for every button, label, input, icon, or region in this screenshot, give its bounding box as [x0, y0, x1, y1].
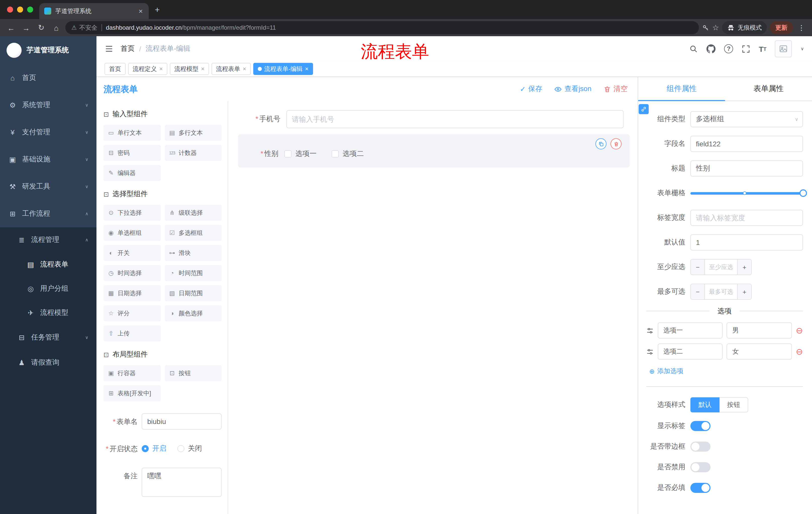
palette-item-button[interactable]: ⊡按钮 — [165, 365, 222, 381]
max-checked-value[interactable]: 最多可选 — [705, 284, 737, 299]
palette-item-switch[interactable]: ◐开关 — [104, 245, 161, 261]
update-button[interactable]: 更新 — [770, 21, 793, 34]
palette-item-textarea[interactable]: ▤多行文本 — [165, 125, 222, 141]
tag-close-icon[interactable]: × — [243, 65, 246, 73]
tag-process-form-edit[interactable]: 流程表单-编辑× — [253, 63, 313, 75]
border-switch[interactable] — [690, 441, 710, 452]
required-switch[interactable] — [690, 483, 710, 493]
option-2-label-input[interactable] — [658, 344, 723, 360]
tag-close-icon[interactable]: × — [201, 65, 204, 73]
tag-process-form[interactable]: 流程表单× — [211, 63, 251, 75]
palette-item-select[interactable]: ⊙下拉选择 — [104, 205, 161, 221]
incognito-chip[interactable]: 无痕模式 — [722, 21, 767, 34]
palette-item-date-range[interactable]: ▧日期范围 — [165, 285, 222, 301]
tag-close-icon[interactable]: × — [305, 65, 309, 73]
min-checked-value[interactable]: 至少应选 — [705, 260, 737, 275]
option-1-label-input[interactable] — [658, 322, 723, 339]
gender-option-2-checkbox[interactable]: 选项二 — [331, 150, 364, 158]
delete-component-button[interactable] — [610, 138, 621, 150]
sidebar-item-process-mgmt[interactable]: ≣ 流程管理 ∧ — [0, 227, 96, 252]
new-tab-button[interactable]: + — [155, 5, 160, 15]
add-option-button[interactable]: ⊕ 添加选项 — [649, 367, 803, 376]
tag-process-definition[interactable]: 流程定义× — [128, 63, 167, 75]
option-1-value-input[interactable] — [727, 322, 792, 339]
sidebar-item-payment[interactable]: ¥ 支付管理 ∨ — [0, 119, 96, 146]
sidebar-item-process-model[interactable]: ✈ 流程模型 — [0, 301, 96, 325]
copy-component-button[interactable] — [596, 138, 607, 150]
sidebar-item-devtools[interactable]: ⚒ 研发工具 ∨ — [0, 173, 96, 200]
style-button-button[interactable]: 按钮 — [720, 397, 748, 412]
browser-menu-icon[interactable]: ⋮ — [796, 24, 807, 32]
palette-item-time-picker[interactable]: ◷时间选择 — [104, 265, 161, 281]
github-icon[interactable] — [706, 44, 716, 53]
drag-handle-icon[interactable] — [646, 348, 654, 355]
label-width-input[interactable] — [690, 210, 803, 226]
slider-handle[interactable] — [800, 189, 807, 197]
password-key-icon[interactable] — [702, 24, 709, 31]
help-icon[interactable]: ? — [724, 44, 733, 53]
forward-icon[interactable]: → — [20, 23, 32, 32]
palette-item-checkbox-group[interactable]: ☑多选框组 — [165, 225, 222, 241]
sidebar-item-user-group[interactable]: ◎ 用户分组 — [0, 277, 96, 301]
search-icon[interactable] — [689, 45, 698, 53]
tag-home[interactable]: 首页 — [105, 63, 126, 75]
sidebar-logo[interactable]: 芋道管理系统 — [0, 36, 96, 64]
palette-item-row-container[interactable]: ▣行容器 — [104, 365, 161, 381]
back-icon[interactable]: ← — [5, 23, 17, 32]
tag-process-model[interactable]: 流程模型× — [170, 63, 209, 75]
sidebar-item-workflow[interactable]: ⊞ 工作流程 ∧ — [0, 200, 96, 227]
not-secure-badge[interactable]: ⚠不安全 — [71, 23, 97, 32]
status-on-radio[interactable]: 开启 — [142, 444, 166, 453]
remove-option-icon[interactable]: ⊖ — [796, 326, 803, 335]
font-size-icon[interactable]: TT — [759, 45, 766, 53]
browser-home-icon[interactable]: ⌂ — [50, 23, 62, 32]
tab-form-props[interactable]: 表单属性 — [725, 77, 812, 101]
disabled-switch[interactable] — [690, 462, 710, 472]
phone-field-row[interactable]: *手机号 — [238, 110, 630, 128]
save-button[interactable]: ✓ 保存 — [520, 84, 542, 93]
phone-input[interactable] — [286, 110, 624, 128]
link-icon[interactable] — [639, 104, 649, 114]
palette-item-slider[interactable]: ⊶滑块 — [165, 245, 222, 261]
view-json-button[interactable]: 查看json — [554, 84, 591, 93]
tab-close-icon[interactable]: × — [138, 7, 144, 15]
increase-button[interactable]: + — [737, 284, 751, 299]
tab-component-props[interactable]: 组件属性 — [638, 77, 725, 101]
sidebar-item-leave-query[interactable]: ♟ 请假查询 — [0, 350, 96, 375]
maximize-window-button[interactable] — [27, 6, 33, 12]
reload-icon[interactable]: ↻ — [35, 23, 47, 32]
palette-item-upload[interactable]: ⇧上传 — [104, 325, 161, 342]
decrease-button[interactable]: − — [691, 260, 705, 275]
selected-component-gender[interactable]: *性别 选项一 选项二 — [238, 134, 630, 167]
avatar[interactable] — [775, 40, 792, 57]
palette-item-cascader[interactable]: ⋔级联选择 — [165, 205, 222, 221]
minimize-window-button[interactable] — [17, 6, 23, 12]
form-name-input[interactable] — [142, 413, 222, 430]
breadcrumb-home[interactable]: 首页 — [121, 44, 135, 53]
increase-button[interactable]: + — [737, 260, 751, 275]
hamburger-icon[interactable] — [105, 44, 114, 53]
fullscreen-icon[interactable] — [742, 45, 750, 53]
sidebar-item-process-form[interactable]: ▤ 流程表单 — [0, 252, 96, 277]
option-2-value-input[interactable] — [727, 344, 792, 360]
sidebar-item-home[interactable]: ⌂ 首页 — [0, 64, 96, 91]
grid-slider[interactable] — [690, 185, 803, 201]
component-type-select[interactable] — [690, 111, 803, 127]
sidebar-item-task-mgmt[interactable]: ⊟ 任务管理 ∨ — [0, 325, 96, 350]
sidebar-item-system[interactable]: ⚙ 系统管理 ∨ — [0, 91, 96, 119]
close-window-button[interactable] — [7, 6, 13, 12]
drag-handle-icon[interactable] — [646, 327, 654, 334]
clear-button[interactable]: 清空 — [604, 84, 628, 93]
default-value-input[interactable] — [690, 234, 803, 250]
palette-item-rate[interactable]: ☆评分 — [104, 305, 161, 321]
palette-item-password[interactable]: ⊟密码 — [104, 145, 161, 161]
form-remark-textarea[interactable]: 嘿嘿 — [142, 468, 222, 497]
palette-item-radio-group[interactable]: ◉单选框组 — [104, 225, 161, 241]
palette-item-color-picker[interactable]: ◑颜色选择 — [165, 305, 222, 321]
palette-item-date-picker[interactable]: ▦日期选择 — [104, 285, 161, 301]
remove-option-icon[interactable]: ⊖ — [796, 347, 803, 356]
bookmark-star-icon[interactable]: ☆ — [712, 23, 719, 32]
gender-option-1-checkbox[interactable]: 选项一 — [284, 150, 317, 158]
sidebar-item-infra[interactable]: ▣ 基础设施 ∨ — [0, 146, 96, 173]
show-label-switch[interactable] — [690, 421, 710, 431]
